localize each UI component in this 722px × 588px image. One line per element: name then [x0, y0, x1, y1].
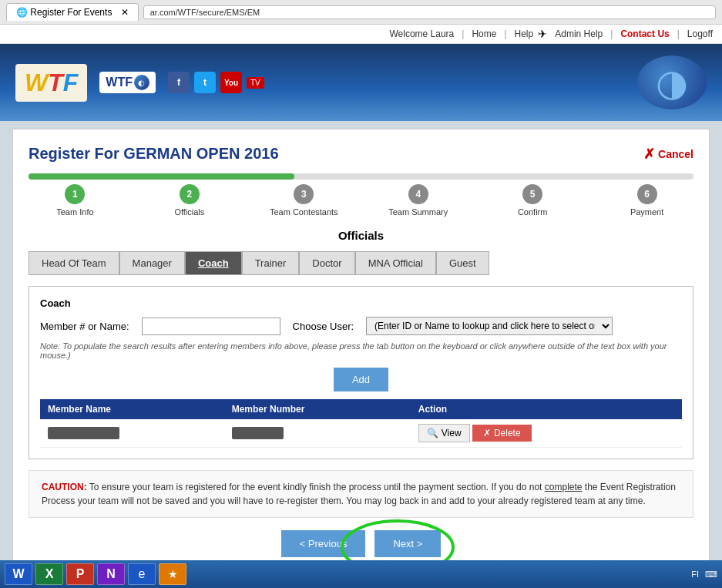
masked-name: ██████████: [48, 427, 119, 439]
add-button[interactable]: Add: [334, 368, 388, 391]
form-note: Note: To populate the search results aft…: [40, 341, 682, 360]
next-button[interactable]: Next >: [374, 530, 441, 557]
progress-steps: 1 Team Info 2 Officials 3 Team Contestan…: [29, 184, 693, 217]
step-circle-3: 3: [294, 184, 314, 204]
progress-fill: [29, 173, 294, 180]
site-header: W T F WTF ◐ f t You TV ◑: [0, 44, 722, 121]
nav-buttons-container: < Previous Next >: [29, 530, 693, 557]
word-icon: W: [12, 567, 24, 581]
next-button-wrapper: Next >: [374, 530, 441, 557]
progress-bar-container: 1 Team Info 2 Officials 3 Team Contestan…: [29, 173, 693, 217]
step-circle-6: 6: [637, 184, 657, 204]
view-label: View: [442, 428, 462, 438]
caution-box: CAUTION: To ensure your team is register…: [29, 470, 693, 518]
step-2: 2 Officials: [143, 184, 236, 217]
taskbar-right: FI ⌨: [691, 570, 717, 580]
tab-close[interactable]: ✕: [121, 7, 129, 18]
taskbar-word[interactable]: W: [5, 563, 32, 585]
taskbar-ie[interactable]: e: [128, 563, 156, 585]
step-label-1: Team Info: [56, 207, 93, 217]
welcome-text: Welcome Laura: [389, 29, 454, 39]
delete-label: Delete: [494, 428, 521, 438]
caution-complete-word: complete: [545, 482, 583, 492]
header-left: W T F WTF ◐ f t You TV: [15, 64, 264, 102]
member-input[interactable]: [142, 318, 280, 335]
logoff-link[interactable]: Logoff: [687, 29, 713, 39]
step-circle-2: 2: [180, 184, 200, 204]
wtf-small-logo: WTF: [106, 76, 133, 89]
choose-user-select[interactable]: (Enter ID or Name to lookup and click he…: [366, 317, 613, 335]
help-link[interactable]: Help: [515, 29, 534, 39]
page-title: Register For GERMAN OPEN 2016: [29, 145, 279, 163]
view-button[interactable]: 🔍 View: [418, 424, 470, 442]
step-3: 3 Team Contestants: [257, 184, 351, 217]
globe-icon: ◑: [656, 61, 688, 104]
admin-help-link[interactable]: Admin Help: [555, 29, 603, 39]
home-link[interactable]: Home: [472, 29, 496, 39]
browser-tab[interactable]: 🌐 Register For Events ✕: [6, 3, 139, 21]
step-6: 6 Payment: [600, 184, 693, 217]
taskbar-media[interactable]: ★: [159, 563, 186, 585]
step-circle-1: 1: [65, 184, 85, 204]
step-circle-4: 4: [408, 184, 428, 204]
cancel-button[interactable]: ✗ Cancel: [643, 146, 693, 163]
step-label-2: Officials: [174, 207, 204, 217]
cell-member-name: ██████████: [40, 419, 224, 448]
youtube-icon[interactable]: You: [220, 72, 242, 93]
logo-t: T: [48, 69, 63, 97]
table-row: ██████████ ███████ 🔍 View ✗ Delete: [40, 419, 682, 448]
delete-x-icon: ✗: [483, 428, 491, 438]
header-logo-globe: ◑: [637, 55, 707, 109]
col-member-name: Member Name: [40, 399, 224, 419]
media-icon: ★: [168, 568, 178, 580]
step-label-3: Team Contestants: [270, 207, 338, 217]
choose-user-label: Choose User:: [293, 321, 354, 332]
taskbar: W X P N e ★ FI ⌨: [0, 560, 722, 588]
col-member-number: Member Number: [224, 399, 411, 419]
step-1: 1 Team Info: [29, 184, 122, 217]
contact-us-link[interactable]: Contact Us: [620, 29, 669, 39]
keyboard-icon: ⌨: [705, 570, 717, 580]
tab-icon: 🌐: [16, 7, 28, 18]
logo-w: W: [25, 69, 48, 97]
tab-manager[interactable]: Manager: [119, 251, 185, 275]
form-row-member: Member # or Name: Choose User: (Enter ID…: [40, 317, 682, 335]
plane-icon: ✈: [538, 28, 547, 40]
address-text: ar.com/WTF/secure/EMS/EM: [150, 8, 260, 17]
page-title-row: Register For GERMAN OPEN 2016 ✗ Cancel: [29, 145, 693, 163]
tab-mna-official[interactable]: MNA Official: [355, 251, 436, 275]
taskbar-powerpoint[interactable]: P: [66, 563, 94, 585]
address-bar[interactable]: ar.com/WTF/secure/EMS/EM: [143, 5, 716, 19]
taskbar-onenote[interactable]: N: [97, 563, 125, 585]
tab-row: Head Of Team Manager Coach Trainer Docto…: [29, 251, 693, 275]
tv-icon[interactable]: TV: [247, 77, 264, 89]
facebook-icon[interactable]: f: [168, 72, 190, 93]
cancel-label: Cancel: [658, 148, 693, 160]
top-nav: Welcome Laura | Home | Help ✈ Admin Help…: [0, 25, 722, 44]
coach-form-title: Coach: [40, 297, 682, 309]
caution-label: CAUTION:: [42, 482, 87, 492]
tab-doctor[interactable]: Doctor: [299, 251, 354, 275]
previous-button[interactable]: < Previous: [281, 530, 366, 557]
twitter-icon[interactable]: t: [194, 72, 216, 93]
step-circle-5: 5: [522, 184, 542, 204]
col-action: Action: [411, 399, 682, 419]
delete-button[interactable]: ✗ Delete: [472, 425, 532, 442]
cell-action: 🔍 View ✗ Delete: [411, 419, 682, 448]
tab-head-of-team[interactable]: Head Of Team: [29, 251, 119, 275]
tab-coach[interactable]: Coach: [185, 251, 242, 275]
tab-guest[interactable]: Guest: [436, 251, 489, 275]
taskbar-lang: FI: [691, 570, 699, 579]
browser-chrome: 🌐 Register For Events ✕ ar.com/WTF/secur…: [0, 0, 722, 25]
excel-icon: X: [45, 567, 54, 581]
ie-icon: e: [139, 567, 146, 581]
social-icons: f t You TV: [168, 72, 264, 93]
section-title: Officials: [29, 229, 693, 242]
coach-form-section: Coach Member # or Name: Choose User: (En…: [29, 286, 693, 459]
logo-f: F: [63, 69, 79, 97]
main-content: Register For GERMAN OPEN 2016 ✗ Cancel 1…: [12, 129, 710, 588]
taskbar-excel[interactable]: X: [35, 563, 63, 585]
member-label: Member # or Name:: [40, 321, 129, 332]
tab-trainer[interactable]: Trainer: [242, 251, 300, 275]
step-label-6: Payment: [630, 207, 663, 217]
